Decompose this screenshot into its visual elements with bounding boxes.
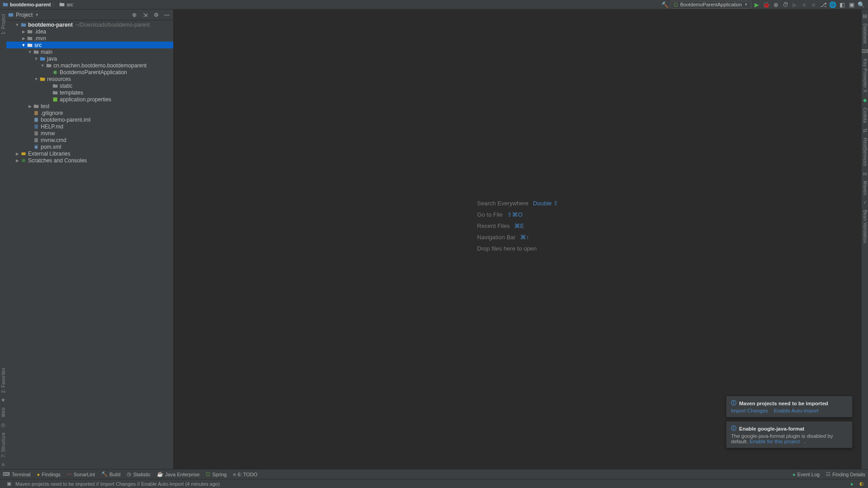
detail-icon: ☷	[826, 471, 830, 477]
tab-todo[interactable]: ≡6: TODO	[233, 472, 257, 477]
tree-item-src[interactable]: src	[6, 42, 173, 48]
tree-item-help[interactable]: HELP.md	[6, 123, 173, 130]
side-tab-structure[interactable]: 7: Structure	[1, 430, 6, 460]
link-enable-auto-import[interactable]: Enable Auto-Import	[774, 408, 818, 413]
tree-item-idea[interactable]: .idea	[6, 28, 173, 35]
info-icon: ⓘ	[731, 425, 736, 432]
side-tab-web[interactable]: Web	[1, 405, 6, 420]
tab-java-enterprise[interactable]: ☕Java Enterprise	[157, 471, 199, 477]
svg-rect-6	[34, 124, 38, 128]
terminal-icon: ⌨	[3, 471, 10, 477]
side-tab-database[interactable]: Database	[863, 21, 868, 47]
todo-icon: ≡	[233, 472, 236, 477]
tree-root[interactable]: bootdemo-parent ~/Downloads/bootdemo-par…	[6, 21, 173, 28]
breadcrumb-item-label: src	[66, 2, 73, 7]
tree-item-mvnwcmd[interactable]: mvnw.cmd	[6, 137, 173, 143]
rerun-icon: ▶	[791, 0, 799, 9]
hide-icon[interactable]: —	[162, 12, 171, 18]
gear-icon[interactable]: ⚙	[152, 12, 161, 18]
tree-item-static[interactable]: static	[6, 82, 173, 89]
vcs-icon[interactable]: ⎇	[819, 0, 827, 9]
coverage-icon[interactable]: ⊕	[772, 0, 780, 9]
tab-event-log[interactable]: ●Event Log	[792, 472, 820, 477]
tree-root-label: bootdemo-parent	[28, 22, 73, 28]
tab-build[interactable]: 🔨Build	[101, 471, 120, 477]
tree-item-package[interactable]: cn.machen.bootdemo.bootdemoparent	[6, 62, 173, 69]
tree-item-main[interactable]: main	[6, 48, 173, 55]
tab-statistic[interactable]: ◷Statistic	[127, 471, 151, 477]
svg-rect-8	[34, 138, 38, 142]
status-bar: ▣ Maven projects need to be imported // …	[0, 479, 868, 488]
spring-icon: ⬡	[206, 471, 210, 477]
search-everywhere-icon[interactable]: 🔍	[857, 0, 865, 9]
tree-item-java[interactable]: java	[6, 55, 173, 62]
tree-item-external-libs[interactable]: External Libraries	[6, 150, 173, 157]
build-icon[interactable]: 🔨	[661, 0, 669, 9]
tree-item-mvn[interactable]: .mvn	[6, 35, 173, 42]
tree-item-gitignore[interactable]: .gitignore	[6, 109, 173, 116]
welcome-hints: Search EverywhereDouble ⇧ Go to File⇧⌘O …	[477, 195, 558, 256]
notif-title: Maven projects need to be imported	[739, 401, 828, 406]
link-import-changes[interactable]: Import Changes	[731, 408, 768, 413]
tree-item-properties[interactable]: application.properties	[6, 96, 173, 103]
svg-point-12	[22, 159, 25, 162]
sonar-icon: 〰	[67, 472, 72, 477]
side-tab-keypromoter[interactable]: Key Promoter X	[863, 56, 868, 95]
notif-title: Enable google-java-format	[739, 426, 804, 431]
run-icon[interactable]: ▶	[753, 0, 761, 9]
tab-spring[interactable]: ⬡Spring	[206, 471, 227, 477]
tab-findings[interactable]: ●Findings	[37, 472, 61, 477]
tab-finding-details[interactable]: ☷Finding Details	[826, 471, 865, 477]
svg-rect-5	[34, 118, 38, 122]
tree-item-scratches[interactable]: Scratches and Consoles	[6, 157, 173, 164]
tree-item-iml[interactable]: bootdemo-parent.iml	[6, 116, 173, 123]
side-tab-favorites[interactable]: 2: Favorites	[1, 365, 6, 396]
tab-terminal[interactable]: ⌨Terminal	[3, 471, 31, 477]
breadcrumb-item[interactable]: src	[59, 2, 73, 7]
tree-item-templates[interactable]: templates	[6, 89, 173, 96]
debug-icon[interactable]: 🐞	[762, 0, 770, 9]
side-tab-bean-validation[interactable]: Bean Validation	[863, 207, 868, 246]
link-enable-project[interactable]: Enable for this project	[749, 439, 800, 444]
project-tree[interactable]: bootdemo-parent ~/Downloads/bootdemo-par…	[6, 20, 173, 469]
bottom-toolbar: ⌨Terminal ●Findings 〰SonarLint 🔨Build ◷S…	[0, 469, 868, 479]
svg-text:C: C	[54, 71, 57, 74]
spring-icon: ⬡	[674, 2, 678, 8]
hint-drop-label: Drop files here to open	[477, 245, 537, 252]
tab-sonarlint[interactable]: 〰SonarLint	[67, 472, 95, 477]
status-ok-icon[interactable]: ●	[848, 481, 855, 487]
hint-search-label: Search Everywhere	[477, 200, 528, 207]
hint-search-key: Double ⇧	[533, 200, 558, 207]
status-warn-icon[interactable]: ◐	[858, 481, 865, 487]
breadcrumb-root[interactable]: bootdemo-parent	[3, 2, 51, 7]
panel-hide-icon[interactable]: ▣	[848, 0, 856, 9]
panel-restore-icon[interactable]: ◧	[838, 0, 846, 9]
side-tab-maven[interactable]: Maven	[863, 178, 868, 198]
run-config-select[interactable]: ⬡ BootdemoParentApplication ▼	[670, 1, 751, 9]
side-tab-rest[interactable]: RestServices	[863, 135, 868, 169]
hint-recent-key: ⌘E	[514, 223, 524, 229]
side-tab-codota[interactable]: Codota	[863, 105, 868, 126]
stop-icon: ■	[800, 0, 808, 9]
hint-nav-label: Navigation Bar	[477, 234, 516, 241]
expand-all-icon[interactable]: ⇲	[141, 12, 150, 18]
profiler-icon[interactable]: ⏱	[781, 0, 789, 9]
locate-icon[interactable]: ⊕	[130, 12, 139, 18]
notification-maven-import: ⓘMaven projects need to be imported Impo…	[726, 396, 853, 417]
side-tab-project[interactable]: 1: Project	[1, 11, 6, 37]
tree-item-mvnw[interactable]: mvnw	[6, 130, 173, 137]
run-config-label: BootdemoParentApplication	[680, 2, 742, 7]
svg-rect-0	[9, 13, 14, 17]
tree-item-app-class[interactable]: C BootdemoParentApplication	[6, 69, 173, 76]
jee-icon: ☕	[157, 471, 163, 477]
project-panel-title[interactable]: Project ▼	[8, 12, 39, 18]
chevron-down-icon: ▼	[744, 2, 748, 7]
tree-item-pom[interactable]: m pom.xml	[6, 143, 173, 150]
rest-icon: ⇄	[863, 126, 867, 135]
tool-windows-icon[interactable]: ▣	[5, 481, 13, 487]
translate-icon[interactable]: 🌐	[829, 0, 837, 9]
tree-item-resources[interactable]: resources	[6, 76, 173, 82]
tree-item-test[interactable]: test	[6, 103, 173, 109]
editor-area[interactable]: Search EverywhereDouble ⇧ Go to File⇧⌘O …	[174, 9, 862, 469]
event-log-icon: ●	[792, 472, 796, 477]
